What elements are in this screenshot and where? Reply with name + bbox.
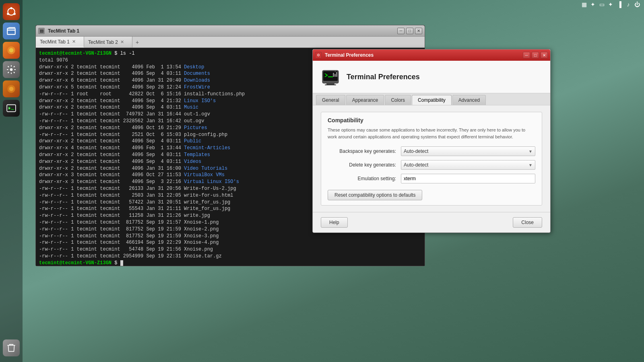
dock-trash[interactable]: [3, 339, 20, 356]
left-dock: [0, 0, 23, 362]
svg-point-3: [13, 13, 15, 15]
tray-icon-terminal: ▦: [580, 1, 588, 8]
help-button[interactable]: Help: [321, 217, 348, 228]
svg-rect-4: [7, 29, 15, 35]
svg-rect-18: [336, 72, 337, 77]
pref-tab-appearance[interactable]: Appearance: [346, 95, 384, 105]
taskbar-top: ▦ ✦ ▭ ✦ ▐ ♪ ⏻: [577, 0, 644, 9]
svg-point-2: [7, 13, 9, 15]
svg-rect-14: [325, 84, 336, 85]
delete-select-value: Auto-detect: [404, 162, 428, 168]
terminal-tabs: TecMint Tab 1 ✕ TecMint Tab 2 ✕ +: [36, 37, 425, 48]
svg-rect-17: [334, 74, 336, 77]
svg-rect-16: [333, 73, 334, 77]
tray-icons: ▦ ✦ ▭ ✦ ▐ ♪ ⏻: [580, 1, 641, 8]
tray-icon-power: ⏻: [634, 1, 641, 8]
tab-2-label: TecMint Tab 2: [88, 39, 118, 45]
emulation-label: Emulation setting:: [328, 176, 396, 181]
backspace-select[interactable]: Auto-detect ▼: [401, 146, 535, 156]
pref-tab-general[interactable]: General: [316, 95, 345, 105]
compat-title: Compatibility: [328, 117, 535, 123]
delete-row: Delete key generates: Auto-detect ▼: [328, 160, 535, 170]
terminal-window-icon: ▤: [38, 28, 45, 34]
svg-point-6: [9, 48, 14, 53]
dock-settings[interactable]: [3, 61, 20, 78]
tab-2-close[interactable]: ✕: [120, 39, 124, 45]
pref-tabs: General Appearance Colors Compatibility …: [313, 93, 550, 105]
pref-tab-advanced[interactable]: Advanced: [452, 95, 486, 105]
backspace-select-arrow: ▼: [528, 149, 533, 154]
pref-window-title: Terminal Preferences: [323, 52, 521, 58]
emulation-input[interactable]: xterm: [401, 174, 535, 183]
svg-point-1: [10, 7, 12, 9]
compatibility-section: Compatibility These options may cause so…: [321, 112, 542, 206]
terminal-maximize-btn[interactable]: □: [406, 28, 413, 34]
emulation-value: xterm: [404, 176, 416, 181]
backspace-row: Backspace key generates: Auto-detect ▼: [328, 146, 535, 156]
terminal-close-btn[interactable]: ✕: [415, 28, 422, 34]
dock-firefox2[interactable]: [3, 80, 20, 97]
tab-1-close[interactable]: ✕: [72, 39, 76, 44]
terminal-titlebar: ▤ TecMint Tab 1 ─ □ ✕: [36, 25, 425, 37]
delete-label: Delete key generates:: [328, 162, 396, 168]
svg-rect-13: [326, 83, 334, 84]
terminal-tab-2[interactable]: TecMint Tab 2 ✕: [84, 37, 132, 47]
terminal-minimize-btn[interactable]: ─: [397, 28, 405, 34]
dock-files[interactable]: [3, 23, 20, 39]
tray-icon-volume: ♪: [625, 1, 632, 8]
svg-rect-10: [7, 105, 16, 111]
pref-body: Compatibility These options may cause so…: [313, 105, 550, 212]
pref-footer: Help Close: [313, 212, 550, 232]
pref-minimize-btn[interactable]: ─: [523, 52, 530, 58]
backspace-label: Backspace key generates:: [328, 148, 396, 154]
dock-terminal[interactable]: [3, 100, 20, 117]
pref-tab-colors[interactable]: Colors: [385, 95, 411, 105]
pref-header: Terminal Preferences: [313, 61, 550, 93]
pref-tab-compatibility[interactable]: Compatibility: [412, 95, 452, 105]
svg-point-9: [9, 87, 14, 91]
pref-maximize-btn[interactable]: □: [532, 52, 539, 58]
svg-point-7: [10, 68, 13, 71]
close-button[interactable]: Close: [513, 217, 542, 228]
backspace-select-value: Auto-detect: [404, 148, 428, 154]
compat-desc: These options may cause some application…: [328, 127, 535, 140]
preferences-dialog: ⚙ Terminal Preferences ─ □ ✕: [312, 49, 551, 233]
terminal-window-title: TecMint Tab 1: [46, 28, 396, 34]
pref-header-icon: [321, 67, 340, 86]
tray-icon-bluetooth1: ✦: [589, 1, 597, 8]
terminal-tab-1[interactable]: TecMint Tab 1 ✕: [36, 37, 84, 47]
tab-add-btn[interactable]: +: [132, 37, 142, 47]
delete-select[interactable]: Auto-detect ▼: [401, 160, 535, 170]
emulation-row: Emulation setting: xterm: [328, 174, 535, 183]
dock-ubuntu[interactable]: [3, 3, 20, 20]
tray-icon-battery: ▭: [598, 1, 605, 8]
reset-defaults-button[interactable]: Reset compatibility options to defaults: [328, 190, 422, 200]
delete-select-arrow: ▼: [528, 163, 533, 167]
dock-firefox[interactable]: [3, 42, 20, 59]
pref-close-btn[interactable]: ✕: [541, 52, 548, 58]
svg-point-15: [335, 71, 336, 72]
tray-icon-signal: ▐: [616, 1, 623, 8]
desktop: ▦ ✦ ▭ ✦ ▐ ♪ ⏻: [0, 0, 644, 362]
pref-window-icon: ⚙: [315, 52, 322, 58]
tray-icon-bluetooth2: ✦: [607, 1, 614, 8]
tab-1-label: TecMint Tab 1: [40, 39, 70, 45]
pref-titlebar: ⚙ Terminal Preferences ─ □ ✕: [313, 49, 550, 61]
pref-header-title: Terminal Preferences: [347, 73, 420, 81]
